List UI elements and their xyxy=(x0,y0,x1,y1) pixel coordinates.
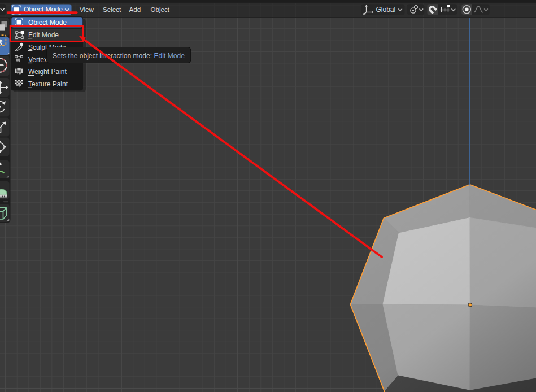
svg-text:Object: Object xyxy=(151,6,170,13)
svg-text:Weight Paint: Weight Paint xyxy=(28,68,67,76)
svg-text:Add: Add xyxy=(129,6,141,13)
svg-text:Global: Global xyxy=(376,6,396,14)
svg-text:Sets the object interaction mo: Sets the object interaction mode: Edit M… xyxy=(53,52,185,60)
svg-text:Select: Select xyxy=(103,6,121,13)
svg-text:Edit Mode: Edit Mode xyxy=(28,31,59,39)
svg-text:Texture Paint: Texture Paint xyxy=(28,80,68,88)
svg-text:Object Mode: Object Mode xyxy=(28,19,67,27)
svg-text:View: View xyxy=(80,6,94,13)
